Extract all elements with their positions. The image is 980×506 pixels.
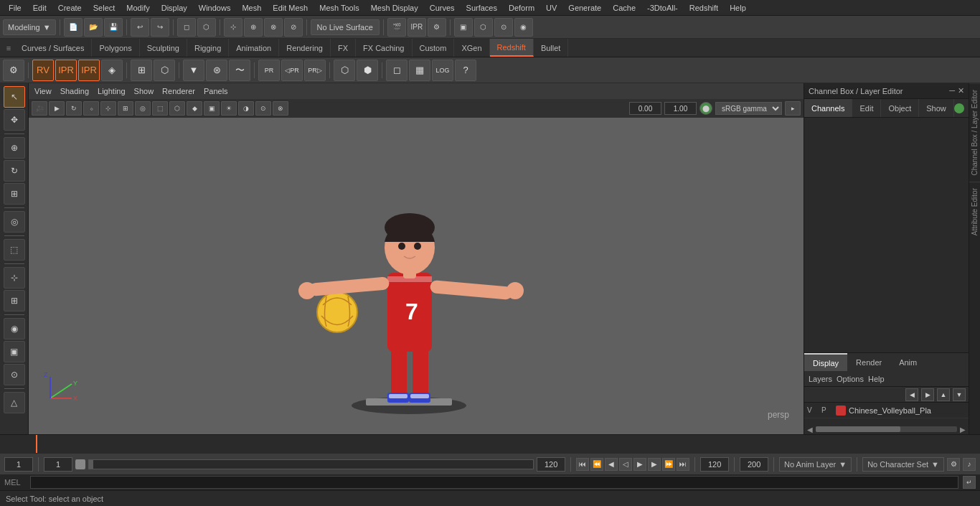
menu-deform[interactable]: Deform <box>503 0 540 15</box>
layer-opt-help[interactable]: Help <box>868 375 885 383</box>
undo-btn[interactable]: ↩ <box>131 18 149 37</box>
vp-grid-btn[interactable]: ⊞ <box>118 101 133 116</box>
pb-prev[interactable]: ◀ <box>605 458 618 471</box>
tab-bullet[interactable]: Bullet <box>534 39 569 57</box>
menu-modify[interactable]: Modify <box>121 0 155 15</box>
vp-menu-show[interactable]: Show <box>134 87 154 95</box>
tb2-ipr2[interactable]: IPR <box>78 60 100 81</box>
tab-sculpting[interactable]: Sculpting <box>140 39 187 57</box>
pb-settings[interactable]: ⚙ <box>947 458 960 471</box>
menu-edit-mesh[interactable]: Edit Mesh <box>267 0 314 15</box>
vp-light-btn[interactable]: ☀ <box>221 101 237 116</box>
ch-tab-object[interactable]: Object <box>881 99 919 117</box>
tab-redshift[interactable]: Redshift <box>490 39 534 57</box>
vp-loop-btn[interactable]: ↻ <box>66 101 82 116</box>
tb2-mat3[interactable]: LOG <box>432 60 453 81</box>
pb-play[interactable]: ▶ <box>633 458 646 471</box>
pb-prev-key[interactable]: ⏪ <box>590 458 603 471</box>
grid-tool[interactable]: ⊞ <box>4 290 25 311</box>
tb2-pr3[interactable]: PR▷ <box>304 60 326 81</box>
menu-curves[interactable]: Curves <box>424 0 461 15</box>
pb-next-key[interactable]: ⏩ <box>662 458 675 471</box>
brush-tool[interactable]: ⊙ <box>4 364 25 385</box>
layer-icon-next[interactable]: ▶ <box>921 388 934 401</box>
vp-menu-shading[interactable]: Shading <box>60 87 89 95</box>
menu-generate[interactable]: Generate <box>562 0 607 15</box>
ch-tab-channels[interactable]: Channels <box>804 99 852 117</box>
pb-next[interactable]: ▶ <box>648 458 661 471</box>
vp-menu-lighting[interactable]: Lighting <box>98 87 126 95</box>
vp-shaded-btn[interactable]: ◆ <box>187 101 202 116</box>
tb2-pr1[interactable]: PR <box>258 60 280 81</box>
vp-gamma-select[interactable]: sRGB gamma <box>715 102 782 115</box>
tb2-bev[interactable]: ⬡ <box>154 60 175 81</box>
vp-bbox-btn[interactable]: ⬚ <box>152 101 168 116</box>
menu-create[interactable]: Create <box>52 0 88 15</box>
menu-cache[interactable]: Cache <box>607 0 641 15</box>
no-anim-layer-dropdown[interactable]: No Anim Layer ▼ <box>779 457 852 472</box>
menu-file[interactable]: File <box>3 0 27 15</box>
menu-3dtoall[interactable]: -3DtoAll- <box>641 0 684 15</box>
vp-key-btn[interactable]: ⬦ <box>83 101 99 116</box>
vp-val1-input[interactable] <box>629 102 661 115</box>
tab-fx[interactable]: FX <box>331 39 356 57</box>
open-btn[interactable]: 📂 <box>84 18 103 37</box>
tb2-rs1[interactable]: ◈ <box>101 60 123 81</box>
snap-tool[interactable]: ⊹ <box>4 267 25 289</box>
menu-mesh[interactable]: Mesh <box>236 0 267 15</box>
tb2-curve[interactable]: 〜 <box>229 60 250 81</box>
vp-menu-renderer[interactable]: Renderer <box>162 87 195 95</box>
menu-redshift[interactable]: Redshift <box>684 0 724 15</box>
select-btn[interactable]: ◻ <box>177 18 196 37</box>
vp-ao-btn[interactable]: ⊙ <box>255 101 271 116</box>
tab-polygons[interactable]: Polygons <box>92 39 139 57</box>
tab-rendering[interactable]: Rendering <box>279 39 331 57</box>
ch-tab-edit[interactable]: Edit <box>852 99 881 117</box>
layer-scrollbar[interactable] <box>816 426 957 432</box>
paint-tool[interactable]: ▣ <box>4 341 25 362</box>
move-tool[interactable]: ⊕ <box>4 137 25 159</box>
marquee-tool[interactable]: ⬚ <box>4 239 25 261</box>
layer-row[interactable]: V P Chinese_Volleyball_Pla <box>804 403 969 418</box>
menu-surfaces[interactable]: Surfaces <box>461 0 503 15</box>
vp-more-btn[interactable]: ▸ <box>785 101 801 116</box>
render-opts-btn[interactable]: ⚙ <box>428 18 446 37</box>
menu-edit[interactable]: Edit <box>27 0 52 15</box>
tb2-sym[interactable]: ⊛ <box>206 60 227 81</box>
tb2-grid[interactable]: ⊞ <box>131 60 152 81</box>
tb2-rv[interactable]: RV <box>32 60 54 81</box>
frame-input2[interactable] <box>44 457 72 472</box>
no-char-set-dropdown[interactable]: No Character Set ▼ <box>862 457 944 472</box>
menu-windows[interactable]: Windows <box>193 0 237 15</box>
tb2-ren1[interactable]: ⬡ <box>334 60 355 81</box>
tb2-ren2[interactable]: ⬢ <box>357 60 378 81</box>
tb2-ipr[interactable]: IPR <box>55 60 77 81</box>
save-btn[interactable]: 💾 <box>104 18 123 37</box>
snap1-btn[interactable]: ⊹ <box>224 18 242 37</box>
vp-snap-btn[interactable]: ⊹ <box>100 101 116 116</box>
tab-rigging[interactable]: Rigging <box>187 39 229 57</box>
tb2-mat1[interactable]: ◻ <box>386 60 407 81</box>
no-live-surface-btn[interactable]: No Live Surface <box>311 19 380 35</box>
timeline-area[interactable]: 1 5 10 15 20 25 30 35 40 45 50 55 60 65 … <box>0 434 980 453</box>
channels-area[interactable] <box>804 118 969 352</box>
menu-select[interactable]: Select <box>88 0 121 15</box>
vp-val2-input[interactable] <box>664 102 697 115</box>
ui2-btn[interactable]: ⬡ <box>474 18 493 37</box>
transform-tool[interactable]: ✥ <box>4 109 25 131</box>
layer-icon-up[interactable]: ▲ <box>937 388 950 401</box>
snap4-btn[interactable]: ⊘ <box>284 18 303 37</box>
redo-btn[interactable]: ↪ <box>151 18 169 37</box>
tb2-mat2[interactable]: ▦ <box>409 60 430 81</box>
current-frame-input[interactable] <box>4 457 33 472</box>
pb-start[interactable]: ⏮ <box>576 458 589 471</box>
vp-isolate-btn[interactable]: ◎ <box>135 101 151 116</box>
tb2-help[interactable]: ? <box>455 60 476 81</box>
collapse-btn[interactable]: ≡ <box>3 39 14 57</box>
vp-shadow-btn[interactable]: ◑ <box>238 101 254 116</box>
tab-custom[interactable]: Custom <box>413 39 455 57</box>
frame-slider-thumb[interactable] <box>75 459 85 469</box>
tab-fx-caching[interactable]: FX Caching <box>356 39 412 57</box>
tb2-drop[interactable]: ▼ <box>183 60 204 81</box>
soft-sel-tool[interactable]: ◎ <box>4 211 25 233</box>
